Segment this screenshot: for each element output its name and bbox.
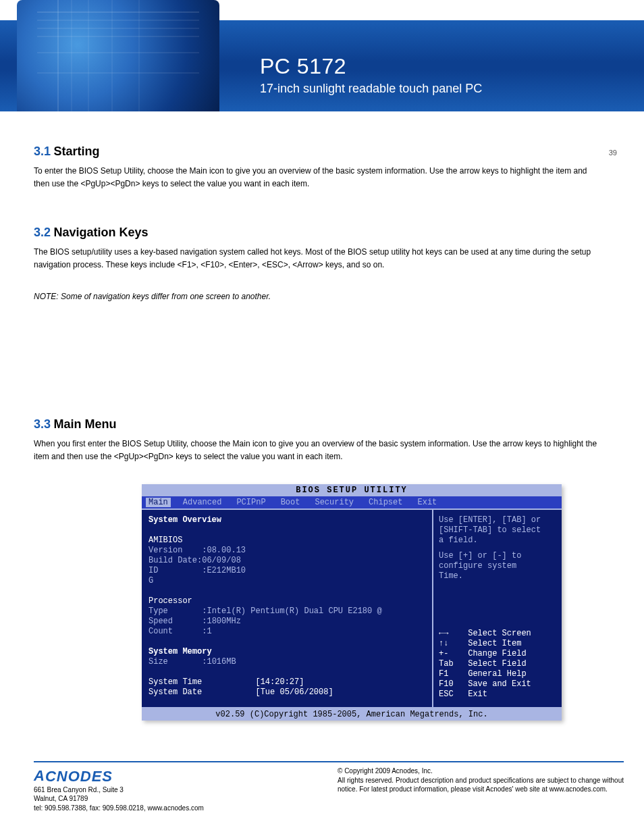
bios-help-line3: a field.	[439, 536, 556, 546]
bios-menu-exit[interactable]: Exit	[414, 498, 439, 507]
section-33-number: 3.3	[34, 417, 51, 431]
header-motherboard-image	[17, 0, 219, 111]
section-31-title: Starting	[53, 145, 99, 158]
footer-copyright: © Copyright 2009 Acnodes, Inc.	[338, 766, 624, 776]
bios-system-time-value[interactable]: [14:20:27]	[255, 677, 304, 687]
bios-version-value: :08.00.13	[202, 546, 246, 555]
bios-mem-size-row: Size :1016MB	[149, 657, 425, 667]
section-31-heading: 3.1 Starting	[34, 145, 100, 159]
bios-g-row: G	[149, 576, 425, 586]
page-header: PC 5172 17-inch sunlight readable touch …	[0, 0, 644, 111]
bios-mem-size-label: Size	[149, 657, 168, 667]
footer-right: © Copyright 2009 Acnodes, Inc. All right…	[338, 766, 624, 812]
product-model: PC 5172	[260, 54, 482, 79]
bios-system-date-value[interactable]: [Tue 05/06/2008]	[255, 687, 333, 697]
footer-left: AACNODESCNODES 661 Brea Canyon Rd., Suit…	[34, 766, 338, 812]
bios-cpu-speed-label: Speed	[149, 617, 173, 626]
product-subtitle: 17-inch sunlight readable touch panel PC	[260, 82, 482, 96]
page-number: 39	[609, 149, 617, 157]
header-title-block: PC 5172 17-inch sunlight readable touch …	[260, 54, 482, 96]
bios-menu-chipset[interactable]: Chipset	[366, 498, 405, 507]
section-32-note: NOTE: Some of navigation keys differ fro…	[34, 292, 603, 301]
bios-key-general-help: F1 General Help	[439, 669, 556, 679]
bios-cpu-speed-value: :1800MHz	[202, 617, 241, 626]
bios-memory-label: System Memory	[149, 647, 425, 657]
bios-amibios-label: AMIBIOS	[149, 536, 425, 546]
bios-menu-security[interactable]: Security	[312, 498, 356, 507]
bios-key-select-screen: ←→ Select Screen	[439, 629, 556, 639]
bios-processor-label: Processor	[149, 596, 425, 606]
bios-key-select-field: Tab Select Field	[439, 659, 556, 669]
bios-cpu-type-value: :Intel(R) Pentium(R) Dual CPU E2180 @	[202, 606, 381, 616]
bios-cpu-count-row: Count :1	[149, 627, 425, 637]
bios-version-row: Version :08.00.13	[149, 546, 425, 556]
section-32-number: 3.2	[34, 226, 51, 239]
section-32-title: Navigation Keys	[53, 226, 148, 239]
bios-help-line5: configure system	[439, 561, 556, 571]
bios-cpu-speed-row: Speed :1800MHz	[149, 617, 425, 627]
section-32-heading: 3.2 Navigation Keys	[34, 226, 149, 240]
section-33-title: Main Menu	[53, 417, 116, 431]
bios-id-label: ID	[149, 566, 158, 575]
bios-footer: v02.59 (C)Copyright 1985-2005, American …	[142, 708, 562, 721]
section-31-body: To enter the BIOS Setup Utility, choose …	[34, 165, 603, 190]
bios-body: System Overview AMIBIOS Version :08.00.1…	[142, 509, 562, 708]
section-32-body: The BIOS setup/utility uses a key-based …	[34, 246, 603, 271]
bios-id-row: ID :E212MB10	[149, 566, 425, 576]
bios-builddate-row: Build Date:06/09/08	[149, 556, 425, 566]
footer-rule	[34, 761, 624, 762]
bios-key-change-field: +- Change Field	[439, 649, 556, 659]
footer-disclaimer: All rights reserved. Product description…	[338, 776, 624, 794]
bios-menu-advanced[interactable]: Advanced	[180, 498, 225, 507]
bios-id-value: :E212MB10	[202, 566, 246, 575]
bios-cpu-count-value: :1	[202, 627, 211, 636]
bios-menu-main[interactable]: Main	[146, 498, 171, 507]
bios-cpu-type-row: Type :Intel(R) Pentium(R) Dual CPU E2180…	[149, 606, 425, 617]
bios-help-line6: Time.	[439, 571, 556, 581]
bios-help-line1: Use [ENTER], [TAB] or	[439, 515, 556, 525]
footer-addr2: Walnut, CA 91789	[34, 794, 338, 804]
section-33-body: When you first enter the BIOS Setup Util…	[34, 438, 603, 463]
bios-system-date-label: System Date	[149, 687, 202, 697]
bios-title: BIOS SETUP UTILITY	[142, 484, 562, 496]
bios-version-label: Version	[149, 546, 182, 555]
bios-screenshot: BIOS SETUP UTILITY Main Advanced PCIPnP …	[142, 484, 562, 721]
bios-help-line4: Use [+] or [-] to	[439, 551, 556, 561]
bios-key-exit: ESC Exit	[439, 689, 556, 700]
section-33-heading: 3.3 Main Menu	[34, 417, 116, 432]
bios-mem-size-value: :1016MB	[202, 657, 236, 667]
bios-key-select-item: ↑↓ Select Item	[439, 639, 556, 649]
bios-nav-keys: ←→ Select Screen ↑↓ Select Item +- Chang…	[439, 629, 556, 700]
acnodes-logo: AACNODESCNODES	[34, 766, 338, 787]
bios-menu-bar: Main Advanced PCIPnP Boot Security Chips…	[142, 496, 562, 509]
bios-builddate-label: Build Date	[149, 556, 197, 565]
bios-key-save-exit: F10 Save and Exit	[439, 679, 556, 689]
bios-cpu-type-label: Type	[149, 606, 168, 616]
bios-menu-boot[interactable]: Boot	[278, 498, 303, 507]
footer-addr3: tel: 909.598.7388, fax: 909.598.0218, ww…	[34, 804, 338, 813]
bios-help-line2: [SHIFT-TAB] to select	[439, 525, 556, 536]
footer-addr1: 661 Brea Canyon Rd., Suite 3	[34, 785, 338, 795]
page-footer: AACNODESCNODES 661 Brea Canyon Rd., Suit…	[34, 761, 624, 812]
bios-left-panel: System Overview AMIBIOS Version :08.00.1…	[142, 510, 433, 707]
bios-system-time-row[interactable]: System Time [14:20:27]	[149, 677, 425, 687]
bios-system-time-label: System Time	[149, 677, 202, 687]
bios-system-date-row[interactable]: System Date [Tue 05/06/2008]	[149, 687, 425, 698]
section-31-number: 3.1	[34, 145, 51, 158]
bios-builddate-value: :06/09/08	[197, 556, 241, 565]
bios-right-panel: Use [ENTER], [TAB] or [SHIFT-TAB] to sel…	[433, 510, 562, 707]
bios-cpu-count-label: Count	[149, 627, 173, 636]
bios-system-overview: System Overview	[149, 515, 425, 525]
bios-menu-pcipnp[interactable]: PCIPnP	[234, 498, 268, 507]
